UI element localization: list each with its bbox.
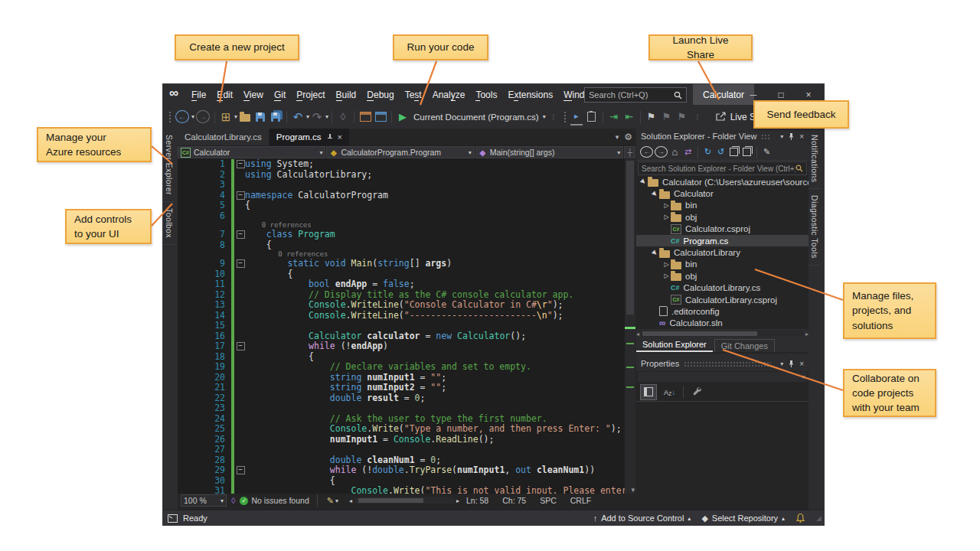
se-refresh-icon[interactable]: ↻ [702,146,714,158]
solution-explorer-title-bar[interactable]: Solution Explorer - Folder View ▾ × [636,129,808,144]
tool-tab-solution-explorer[interactable]: Solution Explorer [636,338,713,352]
zoom-select[interactable]: 100 % ▾ [181,494,227,507]
tree-item-program.cs[interactable]: C#Program.cs [636,235,808,246]
fold-collapse-icon[interactable]: − [237,160,245,168]
se-home-icon[interactable]: ⌂ [669,146,681,158]
resize-grip-icon[interactable]: ◢ [816,514,822,522]
tool-tab-git-changes[interactable]: Git Changes [714,339,775,352]
properties-object-combobox[interactable]: ▾ [638,372,807,382]
scrollbar-thumb[interactable] [626,161,634,315]
tree-item-calculatorlibrary.csproj[interactable]: C#CalculatorLibrary.csproj [636,294,808,305]
menu-item-extensions[interactable]: Extensions [502,90,558,100]
open-file-icon[interactable] [239,109,251,125]
nav-dropdown[interactable]: ◆CalculatorProgram.Program▾ [326,146,474,158]
add-to-source-control-button[interactable]: ↑ Add to Source Control ▴ [593,514,691,523]
code-cleanup-icon[interactable]: ✎ [327,496,334,506]
indent-out-icon[interactable]: ⇤ [623,109,635,125]
pin-icon[interactable] [327,134,333,140]
se-collapse-all-icon[interactable] [728,146,740,158]
close-icon[interactable]: × [799,360,804,368]
intellicode-icon[interactable]: ◊ [231,496,235,505]
collapsed-arrow-icon[interactable]: ▷ [662,202,671,209]
navigate-back-dropdown-icon[interactable]: ▾ [191,113,194,120]
toolbar-grip[interactable] [168,111,172,123]
background-tasks-icon[interactable] [168,514,178,523]
line-ending-indicator[interactable]: CRLF [570,496,591,505]
tree-item-calculator.csproj[interactable]: C#Calculator.csproj [636,223,808,235]
fold-collapse-icon[interactable]: − [237,466,245,474]
undo-dropdown-icon[interactable]: ▾ [306,113,309,120]
menu-item-test[interactable]: Test [400,90,427,100]
menu-item-git[interactable]: Git [269,90,291,100]
tree-item-calculator-c-users-azureuser-s[interactable]: ▶Calculator (C:\Users\azureuser\source\r… [636,176,808,187]
fold-collapse-icon[interactable]: − [237,191,245,200]
menu-item-analyze[interactable]: Analyze [427,90,471,100]
hscroll-thumb[interactable] [642,331,757,336]
start-debug-icon[interactable]: ▶ [397,109,409,125]
select-repository-button[interactable]: ◆ Select Repository ▴ [701,514,785,523]
code-map-icon[interactable] [586,109,598,125]
menu-item-edit[interactable]: Edit [211,90,238,100]
editor-split-icon[interactable]: ┼ [624,146,635,158]
window-layout-icon[interactable] [374,109,387,125]
tree-item-calculator[interactable]: ▶Calculator [636,187,808,199]
se-pending-changes-icon[interactable]: ✎ [761,146,773,158]
se-switch-views-icon[interactable]: ⇄ [682,146,694,158]
menu-item-build[interactable]: Build [331,90,362,100]
menu-item-debug[interactable]: Debug [361,90,399,100]
navigate-back-icon[interactable]: ← [175,110,189,123]
tab-list-dropdown-icon[interactable]: ▾ [616,133,619,141]
nav-dropdown[interactable]: C#Calculator▾ [178,146,325,158]
scroll-down-icon[interactable]: ▾ [631,486,635,494]
tree-item-calculatorlibrary[interactable]: ▶CalculatorLibrary [636,246,808,258]
indent-in-icon[interactable]: ⇥ [608,109,620,125]
notifications-bell-icon[interactable] [795,513,805,523]
panel-menu-chevron-icon[interactable]: ▾ [780,360,783,367]
properties-title-bar[interactable]: Properties ▾ × [636,356,808,371]
collapsed-arrow-icon[interactable]: ▷ [662,261,671,268]
document-tab-calculatorlibrary.cs[interactable]: CalculatorLibrary.cs [178,129,269,145]
sort-alphabetical-icon[interactable]: AZ↓ [664,388,675,396]
tree-item-bin[interactable]: ▷bin [636,259,808,270]
se-show-all-files-icon[interactable] [741,146,753,158]
issues-label[interactable]: No issues found [251,496,309,505]
categorized-button[interactable] [640,384,657,400]
collapsed-arrow-icon[interactable]: ▷ [662,272,671,279]
spaces-indicator[interactable]: SPC [540,496,557,505]
document-tab-program.cs[interactable]: Program.cs× [270,129,349,145]
code-cleanup-dropdown-icon[interactable]: ▾ [335,497,338,504]
redo-icon[interactable]: ↷ [311,109,323,125]
hscroll-track[interactable] [641,331,804,337]
tree-item-calculatorlibrary.cs[interactable]: C#CalculatorLibrary.cs [636,282,808,294]
collapsed-arrow-icon[interactable]: ▷ [662,214,671,220]
code-text-area[interactable]: 1−using System;2using CalculatorLibrary;… [178,159,625,494]
editor-options-gear-icon[interactable]: ⚙ [624,132,632,142]
fold-collapse-icon[interactable]: − [237,342,245,350]
attach-to-process-icon[interactable]: ► [570,109,583,126]
solution-explorer-search-input[interactable]: Search Solution Explorer - Folder View (… [638,161,807,175]
hscroll-left-icon[interactable]: ◂ [636,331,639,337]
tree-item-.editorconfig[interactable]: .editorconfig [636,305,808,317]
tree-item-calculator.sln[interactable]: ∞Calculator.sln [636,318,808,329]
se-sync-icon[interactable]: ↺ [715,146,727,158]
editor-vertical-scrollbar[interactable]: ▾ [625,159,635,494]
menu-item-file[interactable]: File [186,90,211,100]
hscroll-thumb[interactable] [358,498,423,503]
tab-close-icon[interactable]: × [338,132,342,142]
pin-icon[interactable] [788,360,795,368]
new-project-icon[interactable]: ⊞ [220,109,232,125]
close-icon[interactable]: × [799,132,804,141]
tree-item-bin[interactable]: ▷bin [636,200,808,211]
save-icon[interactable] [254,109,266,125]
editor-horizontal-scrollbar[interactable] [354,497,454,504]
tree-item-obj[interactable]: ▷obj [636,270,808,282]
panel-menu-chevron-icon[interactable]: ▾ [780,133,783,140]
side-tab-server-explorer[interactable]: Server Explorer [163,129,175,202]
hscroll-right-icon[interactable]: ▸ [456,497,459,504]
side-tab-diagnostic-tools[interactable]: Diagnostic Tools [808,189,821,266]
undo-icon[interactable]: ↶ [292,109,304,125]
run-target-dropdown-icon[interactable]: ▾ [543,113,546,120]
new-window-icon[interactable] [359,109,371,125]
property-pages-wrench-icon[interactable] [691,386,701,398]
menu-item-view[interactable]: View [238,90,269,100]
